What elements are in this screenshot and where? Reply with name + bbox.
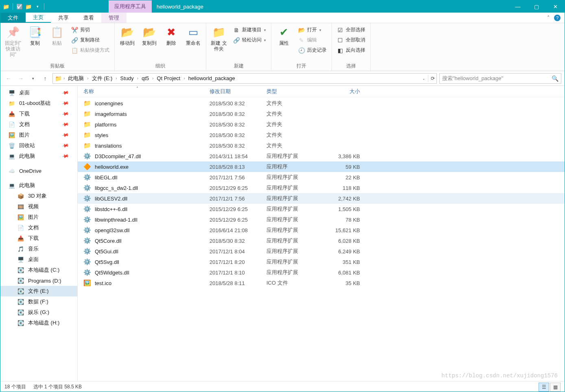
file-row[interactable]: ⚙️Qt5Core.dll 2018/5/30 8:32 应用程序扩展 6,02… (78, 235, 565, 246)
file-row[interactable]: 📁platforms 2018/5/30 8:32 文件夹 (78, 119, 565, 130)
sidebar-item[interactable]: 📁01-uboot基础📌 (0, 98, 77, 109)
sidebar-item[interactable]: 🖥️桌面 (0, 254, 77, 265)
sidebar-item[interactable]: 🖼️图片 (0, 212, 77, 222)
file-row[interactable]: ⚙️Qt5Svg.dll 2017/12/1 8:20 应用程序扩展 351 K… (78, 257, 565, 267)
history-button[interactable]: 🕘历史记录 (297, 46, 328, 54)
column-header-date[interactable]: 修改日期 (209, 88, 266, 95)
qat-dropdown-icon[interactable]: ▾ (34, 3, 41, 10)
sidebar-item[interactable]: 🎵音乐 (0, 244, 77, 254)
file-row[interactable]: ⚙️libgcc_s_dw2-1.dll 2015/12/29 6:25 应用程… (78, 183, 565, 193)
tab-share[interactable]: 共享 (51, 13, 76, 23)
search-icon[interactable]: 🔍 (550, 75, 558, 82)
breadcrumb-qt5[interactable]: qt5 (140, 75, 151, 81)
sidebar-item[interactable]: 💻此电脑📌 (0, 151, 77, 161)
paste-button[interactable]: 📋 粘贴 (47, 25, 67, 47)
file-row[interactable]: 📁styles 2018/5/30 8:32 文件夹 (78, 130, 565, 140)
chevron-right-icon[interactable]: › (151, 76, 154, 81)
breadcrumb-current[interactable]: helloworld_package (187, 75, 237, 81)
file-row[interactable]: ⚙️Qt5Widgets.dll 2017/12/1 8:10 应用程序扩展 6… (78, 267, 565, 278)
sidebar-item[interactable]: 🖥️桌面📌 (0, 87, 77, 98)
column-header-name[interactable]: 名称˄ (83, 88, 209, 95)
tab-file[interactable]: 文件 (0, 13, 26, 23)
move-to-button[interactable]: 📂移动到 (117, 25, 137, 47)
sidebar-item[interactable]: 🎞️视频 (0, 201, 77, 212)
select-all-button[interactable]: ☑全部选择 (335, 26, 367, 34)
cut-button[interactable]: ✂️剪切 (70, 26, 111, 34)
file-list[interactable]: 📁iconengines 2018/5/30 8:32 文件夹 📁imagefo… (78, 97, 565, 381)
new-folder-button[interactable]: 📁新建 文件夹 (209, 25, 229, 52)
sidebar-item[interactable]: 💽数据 (F:) (0, 296, 77, 307)
details-view-button[interactable]: ☰ (539, 383, 549, 392)
sidebar-item[interactable]: 🖼️图片📌 (0, 130, 77, 140)
recent-locations-button[interactable]: ▾ (28, 74, 38, 83)
file-row[interactable]: ⚙️libstdc++-6.dll 2015/12/29 6:25 应用程序扩展… (78, 204, 565, 214)
chevron-right-icon[interactable]: › (86, 76, 89, 81)
column-header-type[interactable]: 类型 (266, 88, 323, 95)
file-row[interactable]: 🖼️test.ico 2018/5/28 8:11 ICO 文件 35 KB (78, 278, 565, 288)
invert-selection-button[interactable]: ◧反向选择 (335, 46, 367, 54)
sidebar-item[interactable]: 📥下载📌 (0, 109, 77, 119)
sidebar-item[interactable]: 📥下载 (0, 233, 77, 244)
refresh-button[interactable]: ⟳ (431, 76, 435, 81)
qat-checkbox-icon[interactable]: ☑️ (16, 3, 23, 10)
edit-button[interactable]: ✎编辑 (297, 36, 328, 44)
sidebar-item[interactable]: 💽本地磁盘 (C:) (0, 265, 77, 275)
new-item-button[interactable]: 🗎新建项目 ▾ (231, 26, 268, 34)
file-row[interactable]: ⚙️Qt5Gui.dll 2017/12/1 8:04 应用程序扩展 6,249… (78, 246, 565, 257)
rename-button[interactable]: ▭重命名 (183, 25, 203, 47)
sidebar-item[interactable]: 💽文件 (E:) (0, 286, 77, 296)
search-input[interactable] (442, 75, 550, 81)
open-button[interactable]: 📂打开 ▾ (297, 26, 328, 34)
chevron-right-icon[interactable]: › (183, 76, 185, 81)
properties-button[interactable]: ✔属性 (274, 25, 294, 47)
chevron-right-icon[interactable]: › (63, 76, 65, 81)
ribbon-collapse-icon[interactable]: ˄ (547, 15, 550, 21)
qat-folder-icon[interactable]: 📁 (25, 3, 32, 10)
tab-view[interactable]: 查看 (76, 13, 101, 23)
tab-home[interactable]: 主页 (26, 13, 51, 23)
sidebar-item[interactable]: 📦3D 对象 (0, 191, 77, 201)
contextual-tab-app-tools[interactable]: 应用程序工具 (109, 0, 152, 13)
chevron-right-icon[interactable]: › (136, 76, 139, 81)
file-row[interactable]: 🔶helloworld.exe 2018/5/28 8:13 应用程序 59 K… (78, 161, 565, 172)
address-bar[interactable]: 📁 › 此电脑 › 文件 (E:) › Study › qt5 › Qt Pro… (52, 73, 437, 84)
back-button[interactable]: ← (4, 74, 13, 83)
breadcrumb-study[interactable]: Study (119, 75, 135, 81)
file-row[interactable]: ⚙️libwinpthread-1.dll 2015/12/29 6:25 应用… (78, 214, 565, 225)
breadcrumb-this-pc[interactable]: 此电脑 (66, 75, 85, 82)
file-row[interactable]: 📁translations 2018/5/30 8:32 文件夹 (78, 140, 565, 151)
file-row[interactable]: ⚙️libGLESV2.dll 2017/12/1 7:56 应用程序扩展 2,… (78, 193, 565, 204)
file-row[interactable]: ⚙️libEGL.dll 2017/12/1 7:56 应用程序扩展 22 KB (78, 172, 565, 183)
delete-button[interactable]: ✖删除 (161, 25, 181, 47)
file-row[interactable]: 📁imageformats 2018/5/30 8:32 文件夹 (78, 109, 565, 119)
copy-to-button[interactable]: 📂复制到 (139, 25, 159, 47)
help-icon[interactable]: ? (554, 15, 561, 21)
sidebar-item[interactable]: 📄文档📌 (0, 119, 77, 130)
maximize-button[interactable]: ▢ (527, 0, 546, 13)
file-row[interactable]: ⚙️opengl32sw.dll 2016/6/14 21:08 应用程序扩展 … (78, 225, 565, 235)
address-dropdown-icon[interactable]: ⌄ (422, 76, 425, 81)
file-row[interactable]: ⚙️D3Dcompiler_47.dll 2014/3/11 18:54 应用程… (78, 151, 565, 161)
forward-button[interactable]: → (16, 74, 26, 83)
paste-shortcut-button[interactable]: 📋粘贴快捷方式 (70, 46, 111, 54)
minimize-button[interactable]: — (508, 0, 527, 13)
copy-path-button[interactable]: 🔗复制路径 (70, 36, 111, 44)
pin-to-quick-access-button[interactable]: 📌 固定到" 快速访问" (3, 25, 23, 58)
breadcrumb-qtproject[interactable]: Qt Project (155, 75, 182, 81)
sidebar-onedrive[interactable]: ☁️ OneDrive (0, 166, 77, 176)
sidebar-this-pc[interactable]: 💻 此电脑 (0, 180, 77, 191)
icons-view-button[interactable]: ▦ (550, 383, 561, 392)
search-box[interactable]: 🔍 (439, 73, 561, 84)
sidebar-item[interactable]: 💽Programs (D:) (0, 275, 77, 286)
easy-access-button[interactable]: 🔗轻松访问 ▾ (231, 36, 268, 44)
file-row[interactable]: 📁iconengines 2018/5/30 8:32 文件夹 (78, 98, 565, 109)
chevron-right-icon[interactable]: › (115, 76, 118, 81)
breadcrumb-drive[interactable]: 文件 (E:) (90, 75, 114, 82)
column-header-size[interactable]: 大小 (323, 88, 364, 95)
sidebar-item[interactable]: 💽本地磁盘 (H:) (0, 318, 77, 328)
sidebar-item[interactable]: 📄文档 (0, 222, 77, 233)
tab-manage[interactable]: 管理 (101, 13, 127, 23)
up-button[interactable]: ↑ (40, 74, 50, 83)
close-button[interactable]: ✕ (546, 0, 565, 13)
select-none-button[interactable]: ☐全部取消 (335, 36, 367, 44)
